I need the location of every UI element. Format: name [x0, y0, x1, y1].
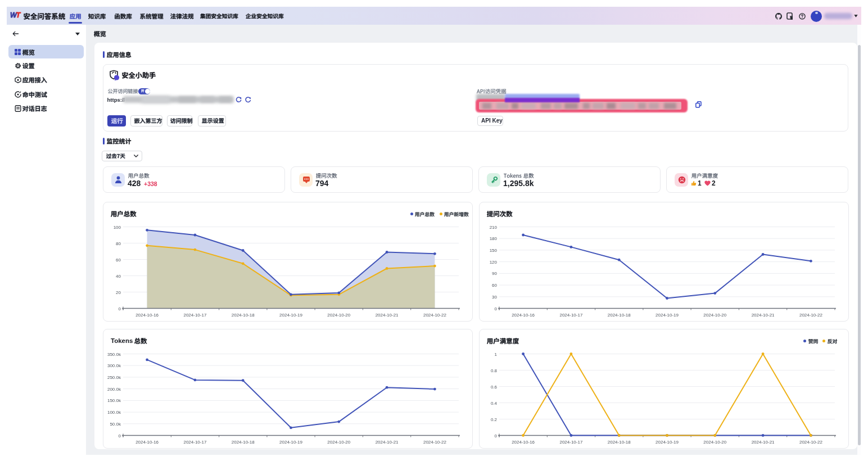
svg-text:80: 80	[116, 241, 121, 246]
svg-text:20: 20	[116, 290, 121, 295]
svg-text:2024-10-21: 2024-10-21	[376, 440, 399, 445]
svg-text:250.0k: 250.0k	[107, 375, 121, 380]
svg-text:100.0k: 100.0k	[107, 410, 121, 415]
svg-text:2024-10-16: 2024-10-16	[512, 313, 535, 318]
svg-text:2024-10-18: 2024-10-18	[232, 313, 255, 318]
svg-text:0.8: 0.8	[491, 368, 498, 373]
svg-text:0: 0	[119, 306, 121, 311]
svg-text:2024-10-16: 2024-10-16	[512, 440, 535, 445]
svg-text:1: 1	[495, 352, 498, 357]
svg-text:0: 0	[495, 433, 498, 439]
svg-text:2024-10-20: 2024-10-20	[327, 440, 350, 445]
svg-text:2024-10-18: 2024-10-18	[608, 440, 631, 445]
svg-text:2024-10-20: 2024-10-20	[327, 313, 350, 318]
svg-text:2024-10-19: 2024-10-19	[279, 313, 302, 318]
svg-text:0: 0	[119, 433, 121, 439]
svg-text:0.2: 0.2	[491, 417, 498, 422]
svg-text:350.0k: 350.0k	[107, 352, 121, 357]
svg-text:2024-10-18: 2024-10-18	[608, 313, 631, 318]
svg-text:180: 180	[490, 236, 498, 241]
svg-text:2024-10-16: 2024-10-16	[135, 313, 159, 318]
svg-text:2024-10-19: 2024-10-19	[655, 440, 679, 445]
svg-text:2024-10-17: 2024-10-17	[559, 313, 582, 318]
svg-text:2024-10-22: 2024-10-22	[423, 313, 446, 318]
svg-text:0.6: 0.6	[491, 385, 498, 390]
svg-text:2024-10-19: 2024-10-19	[655, 313, 679, 318]
svg-text:60: 60	[116, 257, 121, 263]
svg-text:2024-10-20: 2024-10-20	[703, 313, 726, 318]
svg-text:2024-10-21: 2024-10-21	[752, 440, 775, 445]
svg-text:60: 60	[492, 283, 497, 288]
svg-text:2024-10-16: 2024-10-16	[135, 440, 159, 445]
svg-text:150.0k: 150.0k	[107, 398, 121, 403]
svg-text:0.4: 0.4	[491, 401, 498, 406]
svg-text:120: 120	[490, 260, 498, 265]
svg-text:200.0k: 200.0k	[107, 387, 121, 392]
svg-text:40: 40	[116, 274, 121, 279]
svg-text:2024-10-21: 2024-10-21	[376, 313, 399, 318]
svg-text:300.0k: 300.0k	[107, 363, 121, 368]
svg-text:2024-10-17: 2024-10-17	[183, 440, 206, 445]
svg-text:90: 90	[492, 271, 497, 276]
svg-text:210: 210	[490, 225, 498, 230]
svg-text:T: T	[16, 11, 21, 19]
svg-text:50.0k: 50.0k	[110, 422, 121, 427]
svg-text:2024-10-17: 2024-10-17	[559, 440, 582, 445]
svg-text:0: 0	[495, 306, 498, 311]
svg-text:2024-10-22: 2024-10-22	[799, 313, 822, 318]
svg-text:30: 30	[492, 295, 497, 300]
svg-text:100: 100	[114, 225, 121, 230]
svg-text:2024-10-20: 2024-10-20	[703, 440, 726, 445]
svg-text:2024-10-22: 2024-10-22	[799, 440, 822, 445]
svg-text:2024-10-18: 2024-10-18	[232, 440, 255, 445]
svg-text:2024-10-21: 2024-10-21	[752, 313, 775, 318]
svg-text:2024-10-22: 2024-10-22	[423, 440, 446, 445]
svg-text:2024-10-19: 2024-10-19	[279, 440, 302, 445]
svg-text:150: 150	[490, 248, 498, 253]
svg-text:2024-10-17: 2024-10-17	[183, 313, 206, 318]
